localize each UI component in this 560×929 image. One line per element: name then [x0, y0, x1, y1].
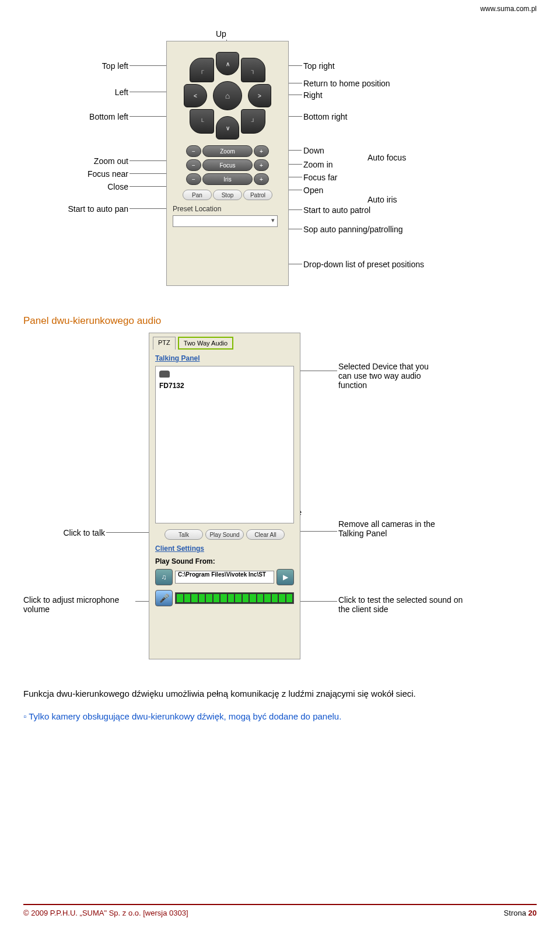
iris-close-button[interactable]: − — [186, 173, 201, 185]
label-bottom-right: Bottom right — [303, 112, 347, 121]
home-icon: ⌂ — [225, 91, 230, 100]
camera-icon — [159, 371, 170, 378]
label-auto-focus: Auto focus — [368, 153, 406, 162]
label-focus-far: Focus far — [303, 173, 337, 182]
label-close: Close — [70, 182, 128, 191]
preset-label: Preset Location — [173, 205, 282, 213]
label-right: Right — [303, 90, 323, 100]
device-name: FD7132 — [159, 382, 290, 390]
clear-all-button[interactable]: Clear All — [246, 529, 285, 540]
label-open: Open — [303, 186, 323, 195]
label-auto-iris: Auto iris — [368, 195, 397, 204]
footer-right: Strona 20 — [504, 909, 537, 917]
dpad-right[interactable]: > — [248, 84, 271, 107]
label-start-auto-patrol: Start to auto patrol — [303, 205, 370, 215]
label-start-auto-pan: Start to auto pan — [35, 204, 128, 214]
client-settings-title: Client Settings — [149, 542, 300, 555]
dpad-top-right[interactable]: ┐ — [241, 58, 265, 82]
iris-open-button[interactable]: + — [254, 173, 269, 185]
audio-panel: PTZ Two Way Audio Talking Panel FD7132 T… — [149, 333, 300, 659]
patrol-button[interactable]: Patrol — [243, 190, 272, 200]
stop-button[interactable]: Stop — [213, 190, 242, 200]
label-left: Left — [64, 88, 128, 97]
label-remove-all: Remove all cameras in the Talking Panel — [338, 519, 455, 538]
tab-two-way-audio[interactable]: Two Way Audio — [178, 337, 233, 350]
mic-icon: 🎤 — [159, 593, 169, 603]
ptz-panel: ┌ ∧ ┐ < ⌂ > └ ∨ ┘ − Zoom + − Focus + − I… — [166, 41, 289, 286]
label-selected-device: Selected Device that you can use two way… — [338, 362, 443, 390]
label-down: Down — [303, 146, 324, 155]
header-url: www.suma.com.pl — [23, 0, 537, 18]
dpad-down[interactable]: ∨ — [216, 116, 239, 139]
sound-file-path[interactable]: C:\Program Files\Vivotek Inc\ST — [175, 571, 274, 584]
play-sound-button[interactable]: Play Sound — [205, 529, 244, 540]
talking-panel-title: Talking Panel — [149, 350, 300, 365]
body-text: Funkcja dwu-kierunkowego dźwięku umożliw… — [23, 687, 537, 701]
footer: © 2009 P.P.H.U. „SUMA" Sp. z o.o. [wersj… — [23, 904, 537, 917]
folder-icon: ♫ — [162, 573, 167, 581]
label-bottom-left: Bottom left — [58, 112, 128, 121]
dpad-home[interactable]: ⌂ — [213, 81, 242, 110]
device-list[interactable]: FD7132 — [155, 366, 294, 523]
label-adjust-mic: Click to adjust microphone volume — [23, 595, 134, 614]
pan-button[interactable]: Pan — [183, 190, 212, 200]
note-text: ▫ Tylko kamery obsługujące dwu-kierunkow… — [23, 711, 537, 721]
focus-label: Focus — [202, 159, 253, 171]
label-top-left: Top left — [64, 61, 128, 71]
zoom-in-button[interactable]: + — [254, 145, 269, 157]
focus-far-button[interactable]: + — [254, 159, 269, 171]
ptz-figure: Top left Left Bottom left Zoom out Focus… — [23, 29, 537, 298]
section-title: Panel dwu-kierunkowego audio — [23, 315, 537, 327]
label-return-home: Return to home position — [303, 79, 390, 88]
dpad-top-left[interactable]: ┌ — [190, 58, 214, 82]
dpad-bottom-right[interactable]: ┘ — [241, 109, 265, 134]
zoom-out-button[interactable]: − — [186, 145, 201, 157]
label-up: Up — [216, 29, 226, 39]
zoom-label: Zoom — [202, 145, 253, 157]
label-test-sound: Click to test the selected sound on the … — [338, 595, 467, 614]
focus-near-button[interactable]: − — [186, 159, 201, 171]
dpad-bottom-left[interactable]: └ — [190, 109, 214, 134]
label-zoom-out: Zoom out — [58, 156, 128, 166]
test-sound-button[interactable]: ▶ — [276, 569, 294, 585]
label-focus-near: Focus near — [52, 169, 128, 179]
talk-button[interactable]: Talk — [164, 529, 203, 540]
label-click-talk: Click to talk — [35, 528, 105, 537]
play-sound-from-label: Play Sound From: — [149, 555, 300, 568]
browse-button[interactable]: ♫ — [155, 569, 173, 585]
volume-meter[interactable] — [175, 592, 294, 604]
speaker-icon: ▶ — [283, 573, 288, 581]
dpad-left[interactable]: < — [184, 84, 207, 107]
label-zoom-in: Zoom in — [303, 160, 333, 169]
footer-left: © 2009 P.P.H.U. „SUMA" Sp. z o.o. [wersj… — [23, 909, 188, 917]
iris-label: Iris — [202, 173, 253, 185]
label-dropdown-desc: Drop-down list of preset positions — [303, 260, 424, 269]
tab-ptz[interactable]: PTZ — [153, 337, 176, 350]
dpad-up[interactable]: ∧ — [216, 52, 239, 75]
label-top-right: Top right — [303, 61, 335, 71]
label-stop-auto: Sop auto panning/patrolling — [303, 225, 402, 234]
preset-dropdown[interactable] — [173, 215, 278, 227]
audio-figure: Selected Device that you can use two way… — [23, 333, 537, 677]
ptz-dpad: ┌ ∧ ┐ < ⌂ > └ ∨ ┘ — [184, 52, 271, 139]
mic-volume-button[interactable]: 🎤 — [155, 590, 173, 606]
